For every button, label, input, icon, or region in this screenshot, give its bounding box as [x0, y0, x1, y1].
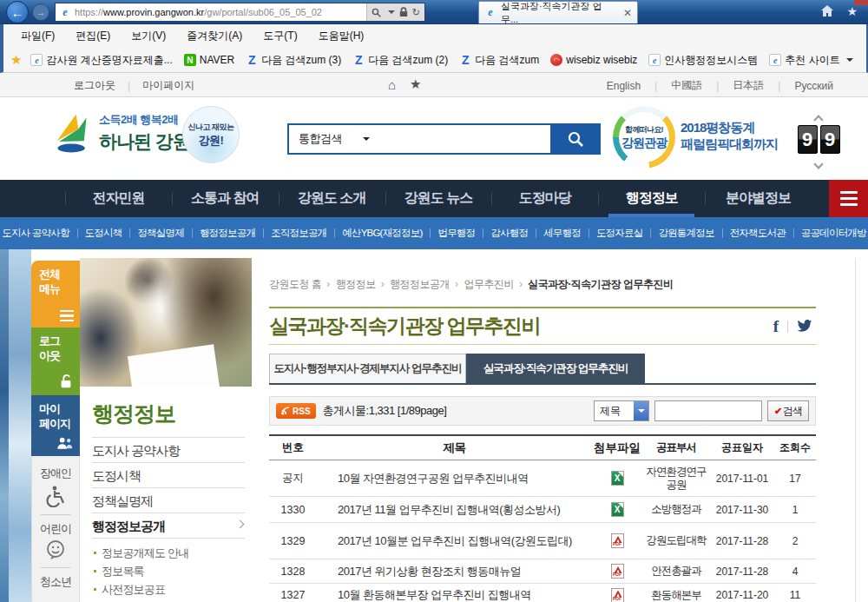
nav-item-by-field[interactable]: 분야별정보	[705, 180, 812, 217]
attachment-file-icon[interactable]	[611, 564, 624, 579]
subnav-item[interactable]: 조직정보공개	[263, 227, 334, 240]
all-menu-button[interactable]	[829, 180, 868, 217]
tab-close-icon[interactable]: ✕	[623, 7, 632, 19]
breadcrumb-item[interactable]: 업무추진비	[464, 278, 522, 290]
subnav-item[interactable]: 도정자료실	[589, 227, 651, 240]
subnav-item[interactable]: 세무행정	[536, 227, 589, 240]
subnav-item[interactable]: 예산YBG(재정정보)	[334, 227, 430, 240]
select-dropdown-icon[interactable]	[634, 401, 648, 420]
quick-all-menu-button[interactable]: 전체 메뉴	[31, 261, 80, 327]
lang-japanese[interactable]: 日本語	[733, 78, 764, 93]
sidebar-item-real-name[interactable]: 정책실명제	[92, 487, 245, 513]
post-title-link[interactable]: 10월 환동해본부장 업무추진비 집행내역	[317, 587, 592, 602]
chevron-up-icon[interactable]	[813, 115, 823, 124]
nav-item-dojeong[interactable]: 도정마당	[491, 180, 598, 217]
search-field-select[interactable]: 제목	[594, 400, 649, 421]
menu-favorites[interactable]: 즐겨찾기(A)	[178, 26, 251, 46]
nav-item-civil[interactable]: 전자민원	[65, 180, 172, 217]
sidebar-subitem-business-expenses[interactable]: 업무추진비	[92, 599, 245, 602]
browser-forward-button[interactable]: →	[32, 3, 49, 21]
subnav-item[interactable]: 전자책도서관	[722, 227, 793, 240]
subnav-item[interactable]: 강원통계정보	[650, 227, 721, 240]
sidebar-item-pledges[interactable]: 도지사 공약사항	[92, 437, 245, 462]
favorite-item[interactable]: e인사행정정보시스템	[646, 51, 760, 69]
menu-view[interactable]: 보기(V)	[122, 26, 174, 46]
sidebar-item-info-disclosure[interactable]: 행정정보공개	[92, 513, 245, 538]
favorite-item[interactable]: NNAVER	[181, 52, 237, 68]
site-search-button[interactable]	[550, 123, 601, 155]
lang-english[interactable]: English	[607, 80, 641, 92]
favorites-star-icon[interactable]: ★	[10, 52, 22, 68]
nav-item-about[interactable]: 강원도 소개	[279, 180, 385, 217]
breadcrumb-item[interactable]: 행정정보	[336, 278, 385, 290]
nav-item-admin-info[interactable]: 행정정보	[598, 180, 705, 217]
menu-help[interactable]: 도움말(H)	[310, 26, 373, 46]
board-search-button[interactable]: ✔ 검색	[767, 400, 809, 421]
breadcrumb-home[interactable]: 강원도청 홈	[269, 278, 330, 290]
site-search-input[interactable]	[370, 125, 552, 153]
subnav-item[interactable]: 도지사 공약사항	[0, 227, 77, 240]
sidebar-subitem-advance-disclosure[interactable]: 사전정보공표	[92, 580, 245, 599]
quick-youth-link[interactable]: 청소년	[40, 575, 71, 590]
lang-russian[interactable]: Русский	[794, 80, 833, 92]
attachment-file-icon[interactable]	[611, 588, 624, 602]
star-icon[interactable]: ★	[410, 76, 421, 92]
subnav-item[interactable]: 법무행정	[430, 227, 483, 240]
favorite-item[interactable]: Z다음 검색zum	[457, 51, 542, 69]
post-title-link[interactable]: 2017년 11월 업무추진비 집행내역(횡성소방서)	[317, 502, 592, 518]
board-search-input[interactable]	[654, 400, 762, 421]
attachment-file-icon[interactable]	[611, 533, 624, 548]
naver-icon: N	[184, 54, 196, 66]
fun-gangwon-badge[interactable]: 신나고 재밌는 강원!	[182, 106, 240, 163]
address-bar[interactable]: e https://www.provin.gangwon.kr/gw/porta…	[55, 3, 425, 22]
nav-item-news[interactable]: 강원도 뉴스	[385, 180, 492, 217]
browser-tab[interactable]: e 실국과장·직속기관장 업무... ✕	[478, 1, 638, 23]
twitter-icon[interactable]	[797, 320, 812, 333]
home-icon[interactable]: ⌂	[388, 77, 396, 92]
tab-governor-expenses[interactable]: 도지사·행정부지사·경제부지사 업무추진비	[269, 354, 466, 383]
favorite-item[interactable]: Z다음 검색zum (2)	[350, 51, 450, 69]
quick-mypage-button[interactable]: 마이 페이지	[31, 395, 80, 456]
lang-chinese[interactable]: 中國語	[671, 78, 702, 93]
quick-disabled-link[interactable]: 장애인	[40, 466, 71, 481]
quick-logout-button[interactable]: 로그 아웃	[31, 327, 80, 395]
sidebar-subitem-disclosure-guide[interactable]: 정보공개제도 안내	[92, 544, 245, 562]
search-category-select[interactable]: 통합검색	[289, 131, 342, 147]
gangwon-tour-badge[interactable]: 함께떠나요! 강원관광	[613, 106, 675, 169]
browser-back-button[interactable]: ←	[6, 1, 29, 23]
logout-link[interactable]: 로그아웃	[74, 78, 115, 93]
post-title-link[interactable]: 10월 자연환경연구공원 업무추진비내역	[317, 471, 592, 486]
attachment-file-icon[interactable]	[611, 502, 624, 517]
favorite-item[interactable]: e추천 사이트	[766, 51, 855, 69]
sidebar-subitem-info-list[interactable]: 정보목록	[92, 562, 245, 580]
home-icon[interactable]	[820, 4, 834, 17]
post-title-link[interactable]: 2017년 10월분 업무추진비 집행내역(강원도립대)	[317, 533, 592, 549]
post-title-link[interactable]: 2017년 위기상황 현장조치 행동매뉴얼	[317, 564, 592, 579]
favorite-item[interactable]: e감사원 계산증명자료제출...	[28, 51, 174, 69]
menu-tools[interactable]: 도구(T)	[254, 26, 306, 46]
refresh-icon[interactable]: ↻	[412, 7, 420, 18]
facebook-icon[interactable]: f	[773, 317, 779, 336]
nav-item-participation[interactable]: 소통과 참여	[172, 180, 279, 217]
search-icon[interactable]	[372, 8, 381, 17]
window-close-button[interactable]	[854, 0, 868, 5]
sidebar-item-policy[interactable]: 도정시책	[92, 462, 245, 487]
breadcrumb-item[interactable]: 행정정보공개	[390, 278, 458, 290]
tab-director-expenses[interactable]: 실국과장·직속기관장 업무추진비	[466, 354, 645, 383]
quick-children-link[interactable]: 어린이	[40, 522, 71, 537]
subnav-item[interactable]: 도정시책	[77, 227, 130, 240]
favorite-item[interactable]: ◠wisebiz wisebiz	[548, 52, 640, 68]
subnav-item[interactable]: 감사행정	[483, 227, 536, 240]
subnav-item[interactable]: 행정정보공개	[192, 227, 263, 240]
menu-file[interactable]: 파일(F)	[12, 26, 63, 46]
chevron-down-icon[interactable]	[813, 159, 823, 169]
rss-button[interactable]: RSS	[276, 403, 316, 419]
subnav-item[interactable]: 정책실명제	[129, 227, 192, 240]
mypage-link[interactable]: 마이페이지	[142, 78, 194, 93]
subnav-item[interactable]: 공공데이터개방	[793, 227, 868, 240]
menu-edit[interactable]: 편집(E)	[67, 26, 119, 46]
favorites-star-icon[interactable]: ★	[846, 4, 858, 18]
favorite-item[interactable]: Z다음 검색zum (3)	[243, 51, 344, 69]
address-dropdown-icon[interactable]	[388, 10, 395, 17]
attachment-file-icon[interactable]	[611, 471, 624, 486]
